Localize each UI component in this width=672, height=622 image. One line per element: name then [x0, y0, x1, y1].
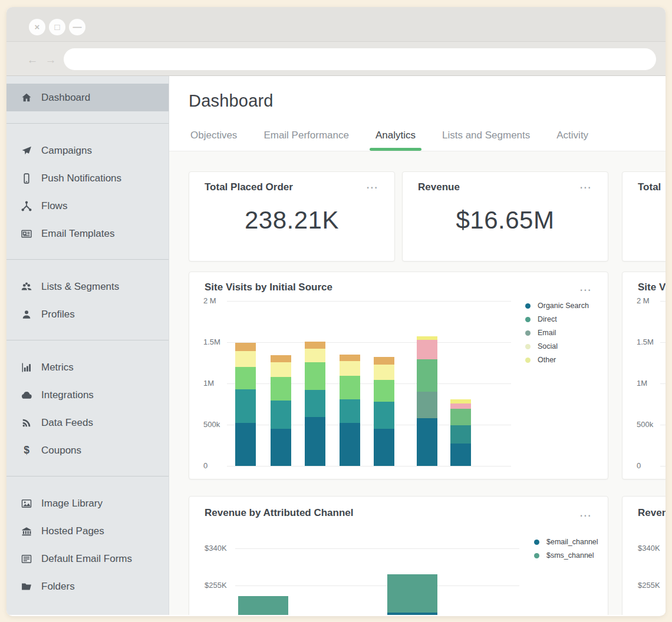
sidebar-item-hosted-pages[interactable]: Hosted Pages: [6, 517, 169, 545]
bar-segment-email: [305, 362, 325, 391]
bar-segment-organic-search: [235, 423, 256, 466]
bar-segment-direct: [374, 402, 394, 429]
revenue-bar: [238, 596, 288, 615]
minimize-icon[interactable]: —: [69, 19, 85, 35]
legend-item-social[interactable]: Social: [525, 342, 589, 350]
ellipsis-menu-icon[interactable]: ⋯: [579, 283, 592, 297]
bar-segment-direct: [271, 401, 291, 429]
bar-segment-other: [235, 343, 256, 351]
sidebar-item-lists-segments[interactable]: Lists & Segments: [6, 273, 169, 300]
newspaper-icon: [21, 228, 34, 240]
bar-segment-email: [340, 376, 360, 399]
ellipsis-menu-icon[interactable]: ⋯: [366, 180, 379, 194]
dollar-icon: $: [21, 445, 34, 456]
chart-title: Site Visits by Initial Source: [205, 282, 332, 293]
gridline: [235, 548, 519, 549]
legend-item-sms-channel[interactable]: $sms_channel: [534, 551, 598, 560]
bar-segment-email: [235, 367, 256, 389]
main-header: Dashboard ObjectivesEmail PerformanceAna…: [169, 76, 666, 151]
bar-segment-email: [450, 409, 471, 425]
url-bar[interactable]: [64, 48, 656, 70]
sidebar-item-label: Hosted Pages: [41, 525, 104, 537]
legend-label: Other: [538, 356, 556, 364]
legend-dot: [534, 553, 539, 558]
sidebar-item-dashboard[interactable]: Dashboard: [6, 84, 169, 111]
sidebar-item-push-notifications[interactable]: Push Notifications: [6, 164, 169, 192]
sidebar-divider: [6, 340, 169, 340]
sidebar-item-default-email-forms[interactable]: Default Email Forms: [6, 545, 169, 573]
chart-legend: $email_channel$sms_channel: [534, 538, 598, 565]
bar-segment-email: [374, 380, 394, 401]
tab-activity[interactable]: Activity: [556, 130, 588, 151]
back-icon[interactable]: ←: [25, 54, 39, 67]
stat-card-total-clipped: Total: [622, 171, 666, 262]
bar-segment-social: [271, 362, 291, 377]
tab-objectives[interactable]: Objectives: [190, 130, 237, 151]
sidebar-divider: [6, 259, 169, 260]
bar-segment-social: [235, 351, 256, 367]
y-axis-tick-label: 1.5M: [637, 338, 654, 346]
y-axis-tick-label: 1M: [203, 379, 214, 388]
gridline: [660, 425, 666, 425]
sidebar-item-folders[interactable]: Folders: [6, 573, 169, 600]
bar-chart-icon: [21, 362, 34, 373]
legend-item-email-channel[interactable]: $email_channel: [534, 538, 598, 546]
stacked-bar: [450, 399, 471, 466]
bar-segment-direct: [235, 389, 256, 423]
tab-email-performance[interactable]: Email Performance: [263, 130, 349, 151]
tab-lists-and-segments[interactable]: Lists and Segments: [442, 130, 530, 151]
legend-item-direct[interactable]: Direct: [525, 315, 589, 323]
legend-item-other[interactable]: Other: [525, 356, 589, 364]
sidebar-item-label: Campaigns: [41, 145, 92, 157]
chart-title: Revenue by Attributed Channel: [205, 507, 354, 519]
sidebar-item-label: Data Feeds: [41, 417, 93, 429]
sidebar-item-integrations[interactable]: Integrations: [6, 381, 169, 409]
tabs: ObjectivesEmail PerformanceAnalyticsList…: [190, 130, 588, 151]
revenue-chart-card: Revenue by Attributed Channel ⋯ $340K$25…: [189, 496, 608, 615]
sidebar-item-profiles[interactable]: Profiles: [6, 300, 169, 328]
chart-title: Revenue by Attributed Channel: [638, 507, 666, 519]
bar-segment-other: [305, 342, 325, 349]
browser-toolbar: ← →: [6, 42, 666, 76]
legend-label: Social: [538, 342, 558, 350]
sidebar-item-data-feeds[interactable]: Data Feeds: [6, 409, 169, 436]
sidebar-item-campaigns[interactable]: Campaigns: [6, 137, 169, 164]
forward-icon[interactable]: →: [44, 54, 58, 67]
sidebar-item-image-library[interactable]: Image Library: [6, 489, 169, 517]
sidebar-item-coupons[interactable]: $Coupons: [6, 436, 169, 464]
site-visits-plot: [227, 301, 511, 466]
maximize-icon[interactable]: □: [49, 19, 65, 35]
legend-item-email[interactable]: Email: [525, 329, 589, 337]
bar-segment-other: [450, 399, 471, 403]
sidebar-item-label: Flows: [41, 200, 67, 212]
image-icon: [21, 498, 34, 509]
close-icon[interactable]: ×: [29, 19, 45, 35]
bar-segment-other: [271, 355, 291, 362]
y-axis-tick-label: 500k: [637, 420, 653, 429]
revenue-bar: [387, 574, 437, 615]
legend-label: $email_channel: [546, 538, 598, 546]
bar-segment-direct: [305, 390, 325, 417]
tab-analytics[interactable]: Analytics: [375, 130, 416, 151]
legend-item-organic-search[interactable]: Organic Search: [525, 302, 589, 310]
sidebar-item-label: Coupons: [41, 445, 81, 456]
app-body: DashboardCampaignsPush NotificationsFlow…: [6, 76, 666, 615]
stat-card-total-placed-order: Total Placed Order ⋯ 238.21K: [189, 171, 395, 262]
ellipsis-menu-icon[interactable]: ⋯: [579, 508, 592, 522]
bar-segment-social: [450, 403, 471, 409]
gridline: [660, 466, 666, 466]
sidebar-nav: DashboardCampaignsPush NotificationsFlow…: [6, 76, 169, 615]
legend-dot: [525, 317, 531, 322]
sidebar-item-flows[interactable]: Flows: [6, 192, 169, 220]
sidebar-item-label: Dashboard: [41, 92, 90, 104]
sidebar-item-label: Metrics: [41, 362, 74, 373]
sidebar-item-email-templates[interactable]: Email Templates: [6, 220, 169, 247]
sidebar-item-metrics[interactable]: Metrics: [6, 353, 169, 381]
y-axis-tick-label: 0: [203, 461, 207, 470]
stacked-bar: [417, 336, 437, 466]
ellipsis-menu-icon[interactable]: ⋯: [579, 180, 592, 194]
legend-dot: [525, 303, 531, 309]
gridline: [227, 466, 511, 466]
sidebar-item-label: Default Email Forms: [41, 553, 132, 565]
stacked-bar: [340, 355, 360, 466]
